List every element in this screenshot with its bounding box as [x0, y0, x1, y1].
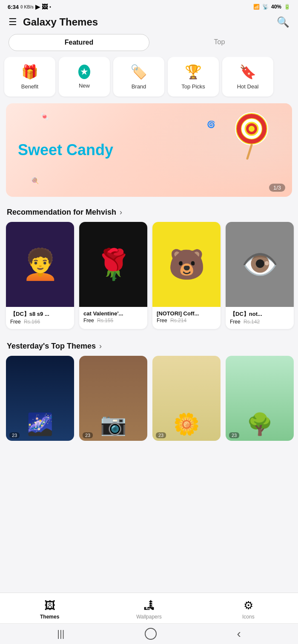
status-bar: 6:34 0 KB/s ▶ 🖼 • 📶 📡 40% 🔋 — [0, 0, 298, 12]
status-left: 6:34 0 KB/s ▶ 🖼 • — [8, 3, 51, 10]
theme-2-price: Free Rs.214 — [157, 318, 216, 323]
yesterday-card-1[interactable]: 📷 23 — [79, 356, 147, 441]
yesterday-3-badge: 23 — [229, 432, 239, 438]
yesterday-1-badge: 23 — [83, 432, 93, 438]
home-button[interactable] — [145, 628, 157, 640]
recommendation-arrow: › — [120, 208, 122, 217]
yesterday-1-emoji: 📷 — [100, 412, 126, 437]
status-yt-icon: ▶ — [35, 3, 40, 10]
theme-card-3[interactable]: 👁️ 【DC】not... Free Rs.142 — [226, 222, 294, 329]
theme-1-name: cat Valentine'... — [83, 310, 143, 317]
category-hot-deal[interactable]: 🔖 Hot Deal — [222, 57, 273, 96]
bottom-nav: 🖼 Themes 🏞 Wallpapers ⚙ Icons — [0, 593, 298, 623]
category-brand-label: Brand — [132, 83, 146, 90]
theme-card-2[interactable]: 🐻 [NOTORI] Coff... Free Rs.214 — [152, 222, 221, 329]
status-kb: 0 KB/s — [20, 5, 34, 9]
status-img-icon: 🖼 — [42, 3, 48, 10]
header: ☰ Galaxy Themes 🔍 — [0, 12, 298, 34]
wallpapers-icon: 🏞 — [143, 599, 155, 612]
battery-icon: 🔋 — [284, 4, 290, 10]
category-top-picks[interactable]: 🏆 Top Picks — [168, 57, 219, 96]
icons-icon: ⚙ — [244, 599, 253, 612]
hotdeal-icon: 🔖 — [239, 64, 256, 80]
recommendation-title: Recommendation for Mehvish — [7, 208, 116, 217]
menu-button[interactable]: ☰ — [9, 17, 17, 28]
nav-wallpapers[interactable]: 🏞 Wallpapers — [99, 593, 198, 623]
battery-text: 40% — [271, 4, 281, 10]
theme-0-emoji: 🧑‍🦱 — [22, 247, 59, 282]
category-topicks-label: Top Picks — [181, 83, 205, 90]
theme-2-name: [NOTORI] Coff... — [157, 310, 216, 317]
category-benefit[interactable]: 🎁 Benefit — [4, 57, 55, 96]
yesterday-3-emoji: 🌳 — [246, 412, 273, 437]
topicks-icon: 🏆 — [185, 64, 202, 80]
category-new[interactable]: ★ New — [59, 57, 110, 96]
candy-decor-1: 🍬 — [40, 112, 49, 121]
yesterday-arrow: › — [99, 342, 102, 351]
tab-bar: Featured Top — [0, 34, 298, 57]
bottom-nav-container: 🖼 Themes 🏞 Wallpapers ⚙ Icons ||| ‹ — [0, 593, 298, 644]
theme-3-name: 【DC】not... — [230, 310, 289, 318]
benefit-icon: 🎁 — [21, 64, 38, 80]
theme-card-1[interactable]: 🌹 cat Valentine'... Free Rs.155 — [79, 222, 147, 329]
recent-apps-button[interactable]: ||| — [57, 628, 64, 639]
status-right: 📶 📡 40% 🔋 — [253, 4, 290, 10]
theme-card-0[interactable]: 🧑‍🦱 【DC】s8 s9 ... Free Rs.166 — [6, 222, 74, 329]
theme-2-emoji: 🐻 — [168, 247, 205, 282]
tab-top[interactable]: Top — [149, 34, 289, 51]
category-hotdeal-label: Hot Deal — [237, 83, 259, 90]
wallpapers-label: Wallpapers — [136, 614, 162, 620]
theme-1-info: cat Valentine'... Free Rs.155 — [79, 307, 147, 328]
yesterday-2-badge: 23 — [156, 432, 166, 438]
svg-line-1 — [247, 145, 252, 159]
category-row: 🎁 Benefit ★ New 🏷️ Brand 🏆 Top Picks 🔖 H… — [0, 57, 298, 103]
brand-icon: 🏷️ — [130, 64, 147, 80]
theme-3-emoji: 👁️ — [241, 247, 278, 282]
banner[interactable]: Sweet Candy 🍬 🍭 🌀 1/3 — [6, 103, 292, 197]
category-benefit-label: Benefit — [21, 83, 38, 90]
candy-decor-2: 🍭 — [32, 177, 39, 184]
banner-page-indicator: 1/3 — [269, 184, 285, 192]
theme-0-price: Free Rs.166 — [10, 319, 70, 325]
tab-featured[interactable]: Featured — [9, 34, 149, 51]
yesterday-card-0[interactable]: 🌌 23 — [6, 356, 74, 441]
new-icon: ★ — [78, 65, 90, 79]
back-button[interactable]: ‹ — [237, 627, 241, 641]
theme-0-name: 【DC】s8 s9 ... — [10, 310, 70, 318]
nav-icons[interactable]: ⚙ Icons — [199, 593, 298, 623]
themes-icon: 🖼 — [44, 599, 55, 612]
icons-label: Icons — [242, 614, 255, 620]
app-title: Galaxy Themes — [23, 16, 98, 28]
category-brand[interactable]: 🏷️ Brand — [113, 57, 164, 96]
recommendation-section-header[interactable]: Recommendation for Mehvish › — [0, 204, 298, 222]
yesterday-section-header[interactable]: Yesterday's Top Themes › — [0, 338, 298, 356]
themes-label: Themes — [40, 614, 59, 620]
header-left: ☰ Galaxy Themes — [9, 16, 98, 28]
search-button[interactable]: 🔍 — [277, 16, 289, 28]
yesterday-theme-row: 🌌 23 📷 23 🌼 23 🌳 23 — [0, 356, 298, 449]
nav-themes[interactable]: 🖼 Themes — [0, 593, 99, 623]
theme-3-price: Free Rs.142 — [230, 319, 289, 325]
wifi-icon: 📶 — [253, 4, 260, 10]
yesterday-2-emoji: 🌼 — [173, 412, 200, 437]
theme-2-info: [NOTORI] Coff... Free Rs.214 — [152, 307, 221, 328]
category-new-label: New — [79, 82, 90, 89]
theme-1-emoji: 🌹 — [95, 247, 132, 282]
yesterday-card-2[interactable]: 🌼 23 — [152, 356, 221, 441]
banner-title: Sweet Candy — [18, 141, 113, 159]
theme-1-price: Free Rs.155 — [83, 318, 143, 323]
system-nav: ||| ‹ — [0, 623, 298, 644]
yesterday-title: Yesterday's Top Themes — [7, 342, 96, 351]
yesterday-0-emoji: 🌌 — [27, 412, 53, 437]
status-dot: • — [49, 5, 51, 9]
theme-3-info: 【DC】not... Free Rs.142 — [226, 307, 294, 329]
status-time: 6:34 — [8, 4, 19, 10]
lollipop-image — [224, 110, 275, 161]
recommendation-theme-row: 🧑‍🦱 【DC】s8 s9 ... Free Rs.166 🌹 cat Vale… — [0, 222, 298, 338]
signal-icon: 📡 — [262, 4, 269, 10]
theme-0-info: 【DC】s8 s9 ... Free Rs.166 — [6, 307, 74, 329]
candy-decor-3: 🌀 — [207, 120, 215, 128]
yesterday-0-badge: 23 — [9, 432, 20, 438]
yesterday-card-3[interactable]: 🌳 23 — [226, 356, 294, 441]
